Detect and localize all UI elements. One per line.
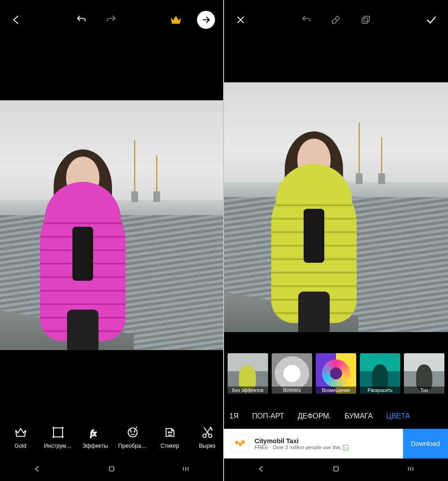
undo-button[interactable] — [298, 11, 315, 28]
tool-cutout[interactable]: Вырез — [188, 426, 223, 449]
nav-back-icon[interactable] — [257, 464, 266, 475]
svg-text:fx: fx — [90, 428, 96, 437]
ad-banner[interactable]: Citymobil Taxi FREE · Over 2 million peo… — [224, 429, 448, 459]
svg-point-9 — [210, 427, 211, 428]
tool-transform[interactable]: Преобра… — [114, 426, 151, 449]
svg-point-4 — [134, 432, 134, 432]
effect-categories: 1Я ПОП-АРТ ДЕФОРМ. БУМАГА ЦВЕТА — [224, 404, 448, 429]
android-navbar — [224, 459, 448, 481]
filter-label: Без эффектов — [228, 387, 268, 394]
top-toolbar — [0, 0, 223, 40]
svg-point-16 — [242, 441, 245, 444]
svg-rect-0 — [54, 428, 63, 437]
ad-title: Citymobil Taxi — [255, 437, 403, 445]
category-deform[interactable]: ДЕФОРМ. — [298, 412, 331, 420]
tool-sticker[interactable]: Стикер — [151, 426, 188, 449]
svg-point-5 — [168, 432, 170, 433]
filter-thumb-tone[interactable]: Тон — [404, 353, 444, 394]
nav-recent-icon[interactable] — [406, 464, 415, 475]
undo-button[interactable] — [73, 11, 90, 28]
tool-label: Стикер — [161, 443, 179, 449]
ad-text: Citymobil Taxi FREE · Over 2 million peo… — [255, 437, 403, 450]
nav-back-icon[interactable] — [33, 464, 42, 475]
edited-photo — [0, 100, 223, 350]
ad-subtitle: FREE · Over 2 million people use this — [255, 445, 340, 450]
editor-main-panel: Gold Инструм… fx Эффекты Преобра… Стикер… — [0, 0, 224, 481]
filter-label: Тон — [404, 387, 444, 394]
apply-button[interactable] — [423, 11, 440, 28]
bottom-tool-row: Gold Инструм… fx Эффекты Преобра… Стикер… — [0, 416, 223, 459]
filter-thumb-colorize[interactable]: Раскрасить — [360, 353, 400, 394]
filter-label: Всплеск — [272, 387, 312, 394]
filter-label: Раскрасить — [360, 387, 400, 394]
svg-point-3 — [130, 432, 131, 432]
ad-app-icon — [230, 434, 249, 453]
svg-rect-13 — [364, 16, 369, 22]
next-button[interactable] — [197, 11, 215, 29]
tool-label: Эффекты — [82, 443, 108, 449]
filter-label: Возмещение — [316, 387, 356, 394]
redo-button[interactable] — [103, 11, 120, 28]
editor-effects-panel: Без эффектов Всплеск Возмещение Раскраси… — [224, 0, 448, 481]
svg-rect-17 — [334, 467, 338, 471]
tool-label: Gold — [14, 443, 26, 449]
svg-point-14 — [235, 441, 239, 445]
close-button[interactable] — [232, 11, 249, 28]
category-partial[interactable]: 1Я — [229, 412, 238, 420]
edited-photo — [224, 82, 448, 332]
premium-crown-icon[interactable] — [167, 11, 184, 28]
filter-thumb-none[interactable]: Без эффектов — [228, 353, 268, 394]
svg-point-15 — [239, 443, 242, 446]
eraser-button[interactable] — [327, 11, 345, 28]
category-popart[interactable]: ПОП-АРТ — [252, 412, 284, 420]
svg-point-10 — [211, 429, 212, 430]
image-canvas[interactable] — [224, 40, 448, 353]
category-colors[interactable]: ЦВЕТА — [386, 412, 410, 420]
category-paper[interactable]: БУМАГА — [345, 412, 373, 420]
filter-thumb-displace[interactable]: Возмещение — [316, 353, 356, 394]
tool-effects[interactable]: fx Эффекты — [76, 426, 114, 449]
android-navbar — [0, 459, 223, 481]
layers-button[interactable] — [357, 11, 374, 28]
top-toolbar — [224, 0, 448, 40]
nav-recent-icon[interactable] — [181, 464, 190, 475]
ad-download-button[interactable]: Download — [403, 429, 448, 459]
tool-label: Вырез — [199, 443, 215, 449]
svg-point-6 — [170, 432, 172, 433]
svg-rect-11 — [109, 467, 114, 471]
filter-thumb-splash[interactable]: Всплеск — [272, 353, 312, 394]
nav-home-icon[interactable] — [332, 464, 340, 475]
back-button[interactable] — [8, 11, 25, 28]
image-canvas[interactable] — [0, 40, 223, 416]
filter-thumbnails: Без эффектов Всплеск Возмещение Раскраси… — [224, 353, 448, 404]
tool-label: Инструм… — [44, 443, 72, 449]
tool-tools[interactable]: Инструм… — [39, 426, 76, 449]
tool-gold[interactable]: Gold — [2, 426, 39, 449]
nav-home-icon[interactable] — [107, 464, 116, 475]
svg-point-2 — [128, 428, 137, 437]
svg-rect-12 — [362, 18, 367, 23]
tool-label: Преобра… — [118, 443, 147, 449]
ad-badge-icon: ▷ — [343, 445, 349, 450]
